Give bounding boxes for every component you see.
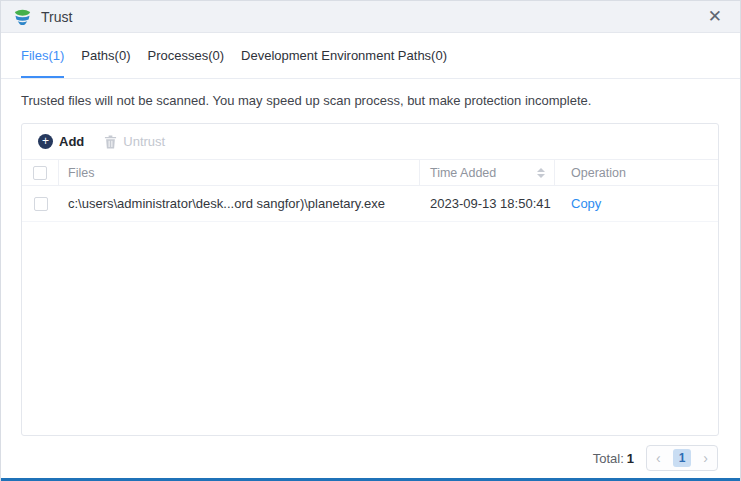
header-checkbox-cell xyxy=(22,160,59,185)
column-header-time-added: Time Added xyxy=(420,160,555,185)
column-header-time-label: Time Added xyxy=(430,166,496,180)
trusted-files-panel: + Add Untrust Files Time A xyxy=(21,123,719,436)
tab-bar: Files(1) Paths(0) Processes(0) Developme… xyxy=(1,33,740,79)
time-added-value: 2023-09-13 18:50:41 xyxy=(430,196,551,211)
tab-processes[interactable]: Processes(0) xyxy=(147,33,224,78)
titlebar: Trust ✕ xyxy=(1,1,740,33)
file-path-cell: c:\users\administrator\desk...ord sangfo… xyxy=(59,186,420,221)
row-checkbox[interactable] xyxy=(34,197,48,211)
table-row: c:\users\administrator\desk...ord sangfo… xyxy=(22,186,718,222)
column-header-operation: Operation xyxy=(555,160,718,185)
total-count: Total:1 xyxy=(593,451,634,466)
sort-icon[interactable] xyxy=(537,168,545,178)
table-toolbar: + Add Untrust xyxy=(22,124,718,160)
table-header: Files Time Added Operation xyxy=(22,160,718,186)
column-header-files: Files xyxy=(59,160,420,185)
copy-link[interactable]: Copy xyxy=(571,196,601,211)
untrust-button[interactable]: Untrust xyxy=(104,134,165,149)
window-title: Trust xyxy=(41,9,72,25)
pager: ‹ 1 › xyxy=(646,445,718,471)
add-button[interactable]: + Add xyxy=(38,134,84,149)
time-added-cell: 2023-09-13 18:50:41 xyxy=(420,186,555,221)
file-path: c:\users\administrator\desk...ord sangfo… xyxy=(68,196,385,211)
close-icon[interactable]: ✕ xyxy=(702,6,728,27)
tab-dev-env-paths[interactable]: Development Environment Paths(0) xyxy=(241,33,447,78)
row-checkbox-cell xyxy=(22,186,59,221)
add-button-label: Add xyxy=(59,134,84,149)
select-all-checkbox[interactable] xyxy=(33,166,47,180)
app-logo-icon xyxy=(13,7,32,26)
pagination-area: Total:1 ‹ 1 › xyxy=(593,445,718,471)
trust-dialog: Trust ✕ Files(1) Paths(0) Processes(0) D… xyxy=(0,0,741,481)
page-number[interactable]: 1 xyxy=(673,449,691,467)
operation-cell: Copy xyxy=(555,186,718,221)
description-text: Trusted files will not be scanned. You m… xyxy=(21,93,720,108)
chevron-right-icon[interactable]: › xyxy=(703,451,708,465)
total-label: Total: xyxy=(593,451,624,466)
plus-circle-icon: + xyxy=(38,134,53,149)
column-header-operation-label: Operation xyxy=(571,166,626,180)
total-value: 1 xyxy=(627,451,634,466)
untrust-button-label: Untrust xyxy=(123,134,165,149)
tab-paths[interactable]: Paths(0) xyxy=(81,33,130,78)
chevron-left-icon[interactable]: ‹ xyxy=(656,451,661,465)
tab-files[interactable]: Files(1) xyxy=(21,33,64,78)
trash-icon xyxy=(104,135,117,149)
column-header-files-label: Files xyxy=(68,166,94,180)
